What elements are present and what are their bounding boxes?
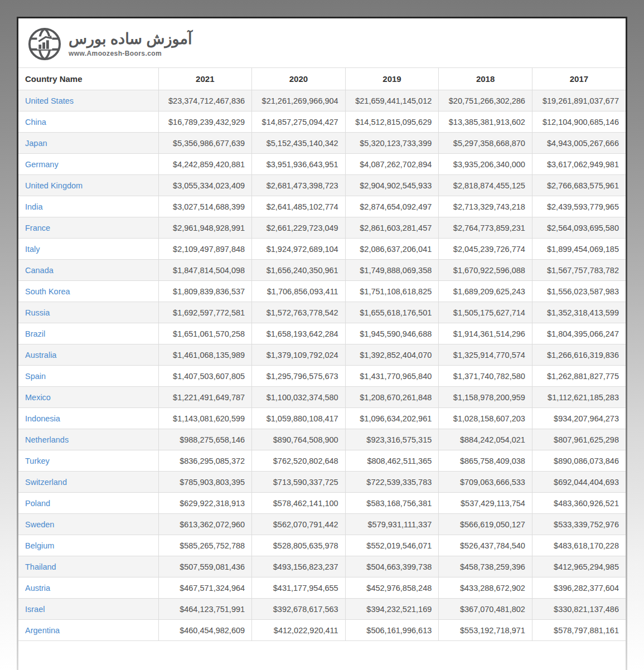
gdp-value: $21,261,269,966,904 [252,90,346,111]
table-row: Spain$1,407,503,607,805$1,295,796,575,67… [18,366,626,387]
country-link[interactable]: Brazil [25,329,45,338]
country-link[interactable]: Austria [25,584,50,593]
gdp-value: $836,295,085,372 [158,450,252,472]
country-link[interactable]: Italy [25,245,40,254]
gdp-value: $785,903,803,395 [158,472,252,493]
country-link[interactable]: Argentina [25,626,60,635]
table-row: Germany$4,242,859,420,881$3,951,936,643,… [18,154,626,175]
gdp-value: $2,766,683,575,961 [532,175,626,196]
table-row: United Kingdom$3,055,334,023,409$2,681,4… [18,175,626,196]
table-row: Israel$464,123,751,991$392,678,617,563$3… [18,599,626,620]
country-cell: China [18,111,158,133]
gdp-value: $578,797,881,161 [532,620,626,641]
gdp-value: $1,567,757,783,782 [532,260,626,281]
country-link[interactable]: Poland [25,499,50,508]
gdp-value: $923,316,575,315 [345,429,439,450]
gdp-value: $553,192,718,971 [439,620,532,641]
country-link[interactable]: South Korea [25,287,70,296]
table-row: Brazil$1,651,061,570,258$1,658,193,642,2… [18,323,626,344]
country-link[interactable]: Australia [25,351,56,360]
country-link[interactable]: Germany [25,160,59,169]
country-link[interactable]: Russia [25,308,50,317]
country-link[interactable]: Japan [25,139,47,148]
country-cell: South Korea [18,281,158,302]
gdp-value: $762,520,802,648 [252,450,346,472]
gdp-value: $1,208,670,261,848 [345,387,439,408]
country-cell: Sweden [18,514,158,535]
country-cell: Argentina [18,620,158,641]
gdp-value: $1,670,922,596,088 [439,260,532,281]
country-cell: Spain [18,366,158,387]
country-link[interactable]: Indonesia [25,414,60,423]
gdp-value: $1,689,209,625,243 [439,281,532,302]
gdp-value: $1,461,068,135,989 [158,344,252,366]
country-cell: Poland [18,493,158,514]
gdp-value: $4,087,262,702,894 [345,154,439,175]
country-link[interactable]: Canada [25,266,54,275]
gdp-value: $1,749,888,069,358 [345,260,439,281]
column-header-2020: 2020 [252,68,346,90]
country-link[interactable]: United States [25,96,74,105]
gdp-value: $526,437,784,540 [439,535,532,556]
gdp-value: $1,221,491,649,787 [158,387,252,408]
gdp-value: $2,641,485,102,774 [252,196,346,217]
gdp-value: $552,019,546,071 [345,535,439,556]
gdp-value: $2,861,603,281,457 [345,217,439,239]
header-row: Country Name 2021 2020 2019 2018 2017 [18,68,626,90]
gdp-value: $5,152,435,140,342 [252,133,346,154]
gdp-value: $566,619,050,127 [439,514,532,535]
country-cell: Indonesia [18,408,158,429]
gdp-value: $1,651,061,570,258 [158,323,252,344]
gdp-value: $5,297,358,668,870 [439,133,532,154]
table-row: Japan$5,356,986,677,639$5,152,435,140,34… [18,133,626,154]
country-link[interactable]: Israel [25,605,45,614]
country-link[interactable]: China [25,118,46,127]
gdp-value: $1,655,618,176,501 [345,302,439,323]
gdp-value: $988,275,658,146 [158,429,252,450]
table-row: Switzerland$785,903,803,395$713,590,337,… [18,472,626,493]
gdp-value: $1,556,023,587,983 [532,281,626,302]
gdp-value: $13,385,381,913,602 [439,111,532,133]
gdp-value: $1,158,978,200,959 [439,387,532,408]
country-cell: France [18,217,158,239]
table-row: Argentina$460,454,982,609$412,022,920,41… [18,620,626,641]
country-cell: Netherlands [18,429,158,450]
country-cell: Turkey [18,450,158,472]
gdp-value: $537,429,113,754 [439,493,532,514]
country-cell: Russia [18,302,158,323]
country-link[interactable]: India [25,202,42,211]
gdp-value: $1,096,634,202,961 [345,408,439,429]
gdp-value: $1,371,740,782,580 [439,366,532,387]
country-link[interactable]: France [25,224,50,232]
table-row: Poland$629,922,318,913$578,462,141,100$5… [18,493,626,514]
gdp-table: Country Name 2021 2020 2019 2018 2017 Un… [18,67,626,641]
gdp-value: $1,431,770,965,840 [345,366,439,387]
table-row: Belgium$585,265,752,788$528,805,635,978$… [18,535,626,556]
gdp-value: $507,559,081,436 [158,556,252,577]
gdp-value: $713,590,337,725 [252,472,346,493]
gdp-value: $21,659,441,145,012 [345,90,439,111]
gdp-value: $722,539,335,783 [345,472,439,493]
gdp-value: $4,242,859,420,881 [158,154,252,175]
country-link[interactable]: Netherlands [25,435,69,444]
country-link[interactable]: United Kingdom [25,181,83,190]
gdp-value: $890,086,073,846 [532,450,626,472]
country-link[interactable]: Switzerland [25,478,67,487]
country-link[interactable]: Turkey [25,457,50,465]
gdp-value: $562,070,791,442 [252,514,346,535]
table-row: Indonesia$1,143,081,620,599$1,059,880,10… [18,408,626,429]
country-link[interactable]: Thailand [25,562,56,571]
gdp-value: $5,356,986,677,639 [158,133,252,154]
country-link[interactable]: Spain [25,372,46,381]
gdp-value: $2,874,654,092,497 [345,196,439,217]
gdp-value: $20,751,266,302,286 [439,90,532,111]
country-link[interactable]: Sweden [25,520,54,529]
country-link[interactable]: Belgium [25,541,54,550]
table-row: United States$23,374,712,467,836$21,261,… [18,90,626,111]
gdp-value: $890,764,508,900 [252,429,346,450]
country-link[interactable]: Mexico [25,393,51,402]
gdp-value: $431,177,954,655 [252,577,346,599]
gdp-value: $1,407,503,607,805 [158,366,252,387]
gdp-value: $14,857,275,094,427 [252,111,346,133]
country-cell: Brazil [18,323,158,344]
